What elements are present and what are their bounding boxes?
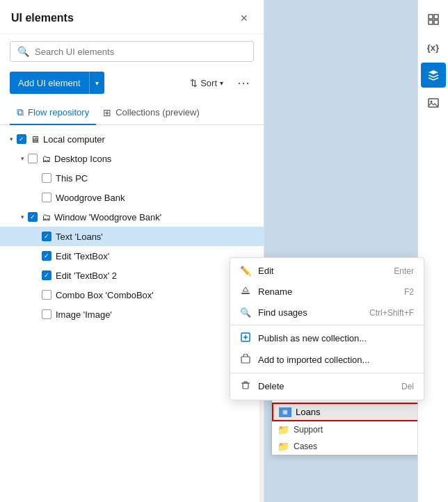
right-sidebar: {x} [417,0,448,502]
svg-rect-2 [429,20,433,24]
svg-rect-3 [434,20,438,24]
combo-box-label: Combo Box 'ComboBox' [56,290,154,300]
add-ui-element-button[interactable]: Add UI element ▾ [10,72,104,94]
checkbox-desktop-icons[interactable] [28,154,38,163]
menu-edit-label: Edit [258,266,273,276]
monitor-icon: 🖥 [31,134,40,145]
tree-item-window-woodgrove[interactable]: ▾ 🗂 Window 'Woodgrove Bank' [0,207,264,227]
window-icon: 🗂 [42,212,51,222]
svg-point-5 [430,101,432,103]
menu-item-add-imported[interactable]: Add to imported collection... [230,349,424,371]
menu-add-imported-label: Add to imported collection... [258,355,369,365]
checkbox-local-computer[interactable] [17,134,26,144]
menu-item-delete[interactable]: Delete Del [230,375,424,397]
checkbox-edit-textbox[interactable] [42,251,51,261]
svg-rect-11 [243,383,248,389]
publish-icon [240,332,251,344]
sort-button[interactable]: ⇅ Sort ▾ [186,75,227,91]
toolbar: Add UI element ▾ ⇅ Sort ▾ ⋯ [0,69,264,101]
menu-edit-shortcut: Enter [394,266,414,276]
pencil-icon: ✏️ [240,266,251,276]
menu-delete-label: Delete [258,381,285,391]
rename-icon [240,286,251,298]
tree-item-edit-textbox-2[interactable]: ▾ Edit 'TextBox' 2 [0,266,264,285]
sort-chevron-icon: ▾ [220,79,223,87]
menu-publish-label: Publish as new collection... [258,333,367,343]
svg-rect-0 [429,15,433,19]
sidebar-images-icon[interactable] [421,90,446,115]
trash-icon [240,380,251,392]
tree-item-local-computer[interactable]: ▾ 🖥 Local computer [0,129,264,149]
checkbox-this-pc[interactable] [42,173,51,183]
menu-delete-shortcut: Del [401,382,414,391]
context-menu: ✏️ Edit Enter Rename F2 🔍 Find usages Ct… [230,257,424,400]
menu-rename-shortcut: F2 [404,287,414,297]
search-icon: 🔍 [17,46,29,57]
menu-rename-label: Rename [258,286,292,297]
tree-item-text-loans[interactable]: ▾ Text 'Loans' [0,227,264,246]
edit-textbox-label: Edit 'TextBox' [56,251,109,261]
find-usages-icon: 🔍 [240,307,251,318]
search-input[interactable] [35,47,246,57]
add-ui-element-main[interactable]: Add UI element [10,72,90,94]
local-computer-label: Local computer [43,134,105,145]
checkbox-text-loans[interactable] [42,232,51,241]
folder-cases-icon: 📁 [278,441,289,452]
tabs-bar: ⧉ Flow repository ⊞ Collections (preview… [0,101,264,125]
image-image-label: Image 'Image' [56,309,112,320]
tree-item-edit-textbox[interactable]: ▾ Edit 'TextBox' [0,246,264,266]
menu-item-find-usages[interactable]: 🔍 Find usages Ctrl+Shift+F [230,302,424,323]
menu-find-usages-shortcut: Ctrl+Shift+F [369,308,414,318]
menu-item-rename[interactable]: Rename F2 [230,281,424,302]
menu-item-edit[interactable]: ✏️ Edit Enter [230,261,424,281]
panel-header: UI elements ✕ [0,0,264,34]
desktop-icons-label: Desktop Icons [54,154,111,164]
collections-icon: ⊞ [103,107,111,118]
ui-elements-panel: UI elements ✕ 🔍 Add UI element ▾ ⇅ Sort … [0,0,264,502]
loans-grid-icon: ▦ [279,407,291,417]
checkbox-image-image[interactable] [42,309,51,319]
tab-collections-preview[interactable]: ⊞ Collections (preview) [96,101,207,125]
ui-elements-tree: ▾ 🖥 Local computer ▾ 🗂 Desktop Icons ▾ T… [0,125,264,502]
chevron-down-icon: ▾ [6,133,17,145]
wb-cases-label: Cases [294,442,317,451]
sort-arrows-icon: ⇅ [190,78,198,88]
tree-item-this-pc[interactable]: ▾ This PC [0,168,264,188]
menu-item-publish-collection[interactable]: Publish as new collection... [230,327,424,349]
window-woodgrove-label: Window 'Woodgrove Bank' [54,212,161,222]
menu-find-usages-label: Find usages [258,307,307,318]
this-pc-label: This PC [56,173,88,184]
tree-item-combo-box[interactable]: ▾ Combo Box 'ComboBox' [0,285,264,305]
sort-label: Sort [200,78,217,88]
tab-flow-repository[interactable]: ⧉ Flow repository [10,101,96,125]
wb-support-label: Support [294,425,323,435]
add-button-label: Add UI element [18,78,81,88]
chevron-down-icon: ▾ [17,153,28,164]
woodgrove-bank-label: Woodgrove Bank [56,193,125,203]
checkbox-edit-textbox-2[interactable] [42,270,51,280]
tree-item-image-image[interactable]: ▾ Image 'Image' [0,305,264,324]
chevron-down-icon: ▾ [17,211,28,222]
sidebar-ui-elements-icon[interactable] [421,7,446,32]
checkbox-combo-box[interactable] [42,290,51,300]
menu-separator-2 [230,373,424,373]
panel-title: UI elements [11,12,74,24]
tree-item-woodgrove-bank[interactable]: ▾ Woodgrove Bank [0,188,264,207]
close-button[interactable]: ✕ [236,10,253,26]
wb-row-cases: 📁 Cases [272,438,417,455]
sidebar-layers-icon[interactable] [421,63,446,88]
flow-repo-icon: ⧉ [17,106,24,118]
add-collection-icon [240,354,251,366]
sidebar-variables-icon[interactable]: {x} [421,35,446,60]
wb-loans-label: Loans [296,407,320,417]
checkbox-window-woodgrove[interactable] [28,212,38,222]
add-button-caret[interactable]: ▾ [90,72,104,94]
folder-icon: 🗂 [42,154,51,164]
edit-textbox-2-label: Edit 'TextBox' 2 [56,270,117,281]
tree-item-desktop-icons[interactable]: ▾ 🗂 Desktop Icons [0,149,264,168]
checkbox-woodgrove-bank[interactable] [42,193,51,202]
app-preview-area: 📁 Document 📁 Accounts ▦ Loans 📁 Support … [264,0,417,502]
svg-rect-10 [241,357,250,363]
menu-separator-1 [230,325,424,325]
more-options-button[interactable]: ⋯ [233,74,254,92]
